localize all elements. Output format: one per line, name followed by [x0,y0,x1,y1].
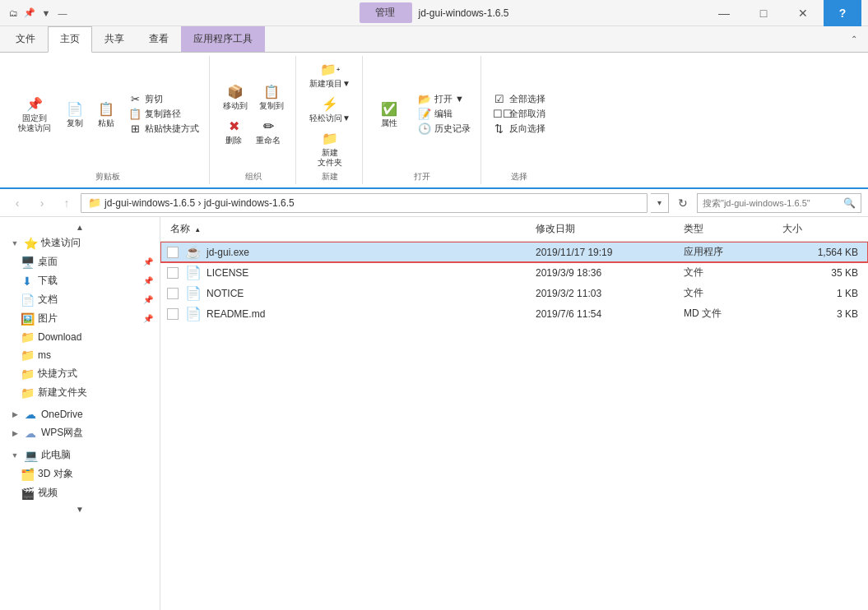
pin-icon[interactable]: 📌 [23,7,36,20]
col-type[interactable]: 类型 [680,220,779,238]
forward-button[interactable]: › [31,192,53,214]
close-button[interactable]: ✕ [784,0,822,26]
sidebar-item-download-folder[interactable]: 📁 Download [0,328,160,346]
new-item-icon: 📁+ [320,59,340,79]
edit-button[interactable]: 📝 编辑 [415,107,474,121]
wpsdisk-expand-icon: ▶ [10,428,20,438]
sidebar-item-shortcuts[interactable]: 📁 快捷方式 [0,364,160,383]
col-size[interactable]: 大小 [779,220,861,238]
search-input[interactable] [703,198,840,208]
tab-share[interactable]: 共享 [92,26,137,52]
notice-file-icon: 📄 [185,285,202,301]
history-button[interactable]: 🕒 历史记录 [415,122,474,136]
col-name[interactable]: 名称 ▲ [167,220,532,238]
sidebar-pictures-label: 图片 [38,312,140,326]
ribbon-collapse-button[interactable]: ⌃ [843,29,865,50]
sidebar-scroll-down[interactable]: ▼ [0,502,160,515]
search-icon[interactable]: 🔍 [843,197,856,209]
delete-button[interactable]: ✖ 删除 [218,114,249,147]
3dobjects-icon: 🗂️ [20,468,35,481]
edit-label: 编辑 [434,108,453,120]
sidebar-scroll-up[interactable]: ▲ [0,220,160,233]
easy-access-icon: ⚡ [320,94,340,113]
copy-label: 复制 [67,118,83,128]
row-checkbox-readme[interactable] [167,308,179,320]
file-row-license[interactable]: 📄 LICENSE 2019/3/9 18:36 文件 35 KB [160,262,868,283]
notice-file-name: NOTICE [207,288,244,299]
select-all-button[interactable]: ☑ 全部选择 [490,92,549,106]
breadcrumb[interactable]: 📁 jd-gui-windows-1.6.5 › jd-gui-windows-… [81,193,648,213]
new-folder-button[interactable]: 📁 新建文件夹 [312,127,348,169]
row-checkbox-jdgui[interactable] [167,247,179,258]
select-all-label: 全部选择 [509,93,545,105]
sidebar-item-new-folder[interactable]: 📁 新建文件夹 [0,383,160,402]
minimize-button[interactable]: — [705,0,743,26]
sidebar-item-downloads[interactable]: ⬇ 下载 📌 [0,271,160,290]
paste-icon: 📋 [96,99,116,118]
paste-button[interactable]: 📋 粘贴 [91,97,121,130]
small-group-open: 📂 打开 ▼ 📝 编辑 🕒 历史记录 [415,92,474,136]
sidebar-wpsdisk[interactable]: ▶ ☁ WPS网盘 [0,423,160,442]
search-bar[interactable]: 🔍 [697,193,861,213]
maximize-button[interactable]: □ [745,0,782,26]
readme-modified: 2019/7/6 11:54 [532,308,680,320]
pictures-pin-icon: 📌 [143,314,153,323]
breadcrumb-dropdown[interactable]: ▾ [651,193,669,213]
cut-button[interactable]: ✂ 剪切 [125,92,202,106]
tab-home[interactable]: 主页 [48,26,92,53]
row-checkbox-notice[interactable] [167,288,179,299]
sidebar-video-label: 视频 [38,486,153,500]
file-row-readme[interactable]: 📄 README.md 2019/7/6 11:54 MD 文件 3 KB [160,303,868,324]
copy-button[interactable]: 📄 复制 [60,97,90,130]
clipboard-label: 剪贴板 [95,171,120,183]
sidebar-item-desktop[interactable]: 🖥️ 桌面 📌 [0,252,160,271]
tab-view[interactable]: 查看 [137,26,181,52]
easy-access-button[interactable]: ⚡ 轻松访问▼ [304,92,355,125]
open-label: 打开 [414,171,430,183]
tab-file[interactable]: 文件 [3,26,48,52]
readme-type: MD 文件 [680,307,779,321]
sidebar-item-docs[interactable]: 📄 文档 📌 [0,290,160,309]
sidebar-item-ms[interactable]: 📁 ms [0,346,160,364]
invert-select-button[interactable]: ⇅ 反向选择 [490,122,549,136]
sidebar-thispc[interactable]: ▼ 💻 此电脑 [0,446,160,464]
open-content: ✅ 属性 📂 打开 ▼ 📝 编辑 🕒 历史记 [371,58,474,169]
row-checkbox-license[interactable] [167,267,179,279]
video-icon: 🎬 [20,487,35,500]
sidebar-item-video[interactable]: 🎬 视频 [0,483,160,502]
readme-file-icon: 📄 [185,306,202,321]
tab-manage[interactable]: 管理 [359,2,411,23]
back-button[interactable]: ‹ [7,192,28,214]
pin-quickaccess-button[interactable]: 📌 固定到快速访问 [13,92,56,135]
properties-icon: ✅ [379,99,399,118]
up-button[interactable]: ↑ [56,192,77,214]
refresh-button[interactable]: ↻ [672,192,694,214]
paste-label: 粘贴 [98,118,114,128]
help-button[interactable]: ? [824,0,861,26]
paste-shortcut-button[interactable]: ⊞ 粘贴快捷方式 [125,122,202,136]
desktop-pin-icon: 📌 [143,257,153,266]
select-none-button[interactable]: ☐☐ 全部取消 [490,107,549,121]
sidebar-onedrive[interactable]: ▶ ☁ OneDrive [0,405,160,423]
rename-button[interactable]: ✏ 重命名 [251,114,285,147]
sidebar-item-pictures[interactable]: 🖼️ 图片 📌 [0,309,160,328]
new-item-button[interactable]: 📁+ 新建项目▼ [304,58,355,90]
file-row-jdgui[interactable]: ☕ jd-gui.exe 2019/11/17 19:19 应用程序 1,564… [160,242,868,262]
move-to-button[interactable]: 📦 移动到 [218,80,253,113]
sidebar-quickaccess[interactable]: ▼ ⭐ 快速访问 [0,233,160,252]
properties-button[interactable]: ✅ 属性 [371,97,407,130]
copy-path-button[interactable]: 📋 复制路径 [125,107,202,121]
group-organize: 📦 移动到 📋 复制到 ✖ 删除 ✏ 重命名 [211,56,296,184]
pin-quickaccess-icon: 📌 [25,94,44,113]
onedrive-expand-icon: ▶ [10,409,20,419]
open-button[interactable]: 📂 打开 ▼ [415,92,474,106]
copy-to-button[interactable]: 📋 复制到 [254,80,289,113]
tab-apptools[interactable]: 应用程序工具 [181,26,265,52]
move-to-label: 移动到 [223,101,248,111]
col-modified[interactable]: 修改日期 [532,220,680,238]
sidebar-item-3dobjects[interactable]: 🗂️ 3D 对象 [0,464,160,483]
more-icon[interactable]: ▼ [39,7,53,20]
delete-icon: ✖ [224,116,244,136]
window-title: jd-gui-windows-1.6.5 [418,7,508,19]
file-row-notice[interactable]: 📄 NOTICE 2019/3/2 11:03 文件 1 KB [160,283,868,303]
